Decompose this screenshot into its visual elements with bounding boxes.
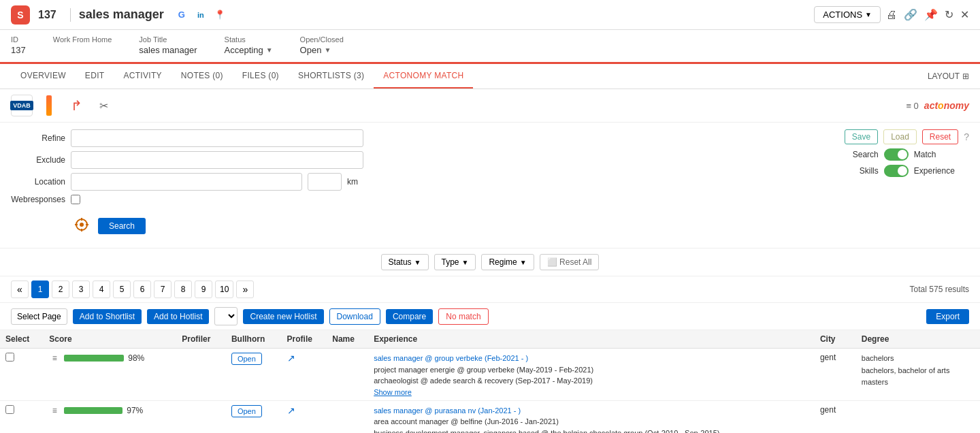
- exclude-label: Exclude: [11, 155, 65, 165]
- select-page-button[interactable]: Select Page: [11, 308, 67, 325]
- page-2-button[interactable]: 2: [52, 280, 69, 298]
- experience-cell: sales manager @ purasana nv (Jan-2021 - …: [368, 400, 815, 433]
- tab-actonomy-match[interactable]: ACTONOMY MATCH: [374, 64, 473, 89]
- pin-icon[interactable]: 📌: [924, 8, 938, 21]
- arrow-icon[interactable]: ↱: [65, 95, 87, 116]
- status-dropdown-arrow[interactable]: ▼: [266, 46, 273, 54]
- close-icon[interactable]: ✕: [960, 8, 969, 21]
- search-right-panel: Save Load Reset ? Search Match Skills Ex…: [845, 129, 969, 241]
- open-bullhorn-button[interactable]: Open: [231, 405, 262, 417]
- degree-cell: bachelorsbachelors, bachelor of artsmast…: [856, 349, 980, 401]
- page-4-button[interactable]: 4: [93, 280, 110, 298]
- row-checkbox-0[interactable]: [5, 353, 14, 362]
- status-filter-button[interactable]: Status ▼: [381, 254, 429, 270]
- exclude-input[interactable]: [71, 151, 363, 169]
- create-hotlist-button[interactable]: Create new Hotlist: [243, 309, 323, 324]
- refine-row: Refine: [11, 129, 845, 147]
- compare-button[interactable]: Compare: [386, 309, 433, 324]
- page-3-button[interactable]: 3: [72, 280, 90, 298]
- header-actions: ACTIONS ▼ 🖨 🔗 📌 ↻ ✕: [814, 6, 969, 23]
- score-bar-container: ≡ 98%: [49, 353, 171, 364]
- results-table-wrapper: Select Score Profiler Bullhorn Profile N…: [0, 330, 980, 433]
- refresh-icon[interactable]: ↻: [945, 8, 953, 21]
- reset-all-button[interactable]: ⬜ Reset All: [540, 254, 600, 270]
- col-score[interactable]: Score: [44, 330, 176, 349]
- save-button[interactable]: Save: [845, 129, 878, 144]
- tab-files[interactable]: FILES (0): [233, 64, 289, 89]
- open-closed-dropdown-arrow[interactable]: ▼: [324, 46, 331, 54]
- record-title: sales manager: [79, 7, 164, 22]
- print-icon[interactable]: 🖨: [886, 9, 897, 21]
- google-icon[interactable]: G: [175, 8, 189, 22]
- layout-button[interactable]: LAYOUT ⊞: [928, 71, 969, 81]
- km-input[interactable]: 50: [308, 173, 342, 191]
- profiler-cell: [176, 400, 226, 433]
- row-checkbox-1[interactable]: [5, 405, 14, 414]
- link-icon[interactable]: 🔗: [904, 8, 917, 21]
- add-to-shortlist-button[interactable]: Add to Shortlist: [73, 309, 142, 324]
- profile-link-icon[interactable]: ↗: [287, 353, 295, 364]
- score-detail-icon[interactable]: ≡: [49, 405, 60, 416]
- crosshair-icon[interactable]: [71, 214, 93, 236]
- page-6-button[interactable]: 6: [133, 280, 151, 298]
- reset-button[interactable]: Reset: [922, 129, 958, 144]
- search-button[interactable]: Search: [98, 218, 146, 234]
- results-table: Select Score Profiler Bullhorn Profile N…: [0, 330, 980, 433]
- prev-page-button[interactable]: «: [11, 280, 29, 298]
- tab-edit[interactable]: EDIT: [76, 64, 114, 89]
- profile-link-icon[interactable]: ↗: [287, 405, 295, 416]
- job-title-group: Job Title sales manager: [139, 35, 197, 55]
- score-bar: [64, 355, 124, 362]
- col-profiler: Profiler: [176, 330, 226, 349]
- actions-button[interactable]: ACTIONS ▼: [814, 6, 881, 23]
- location-input[interactable]: [71, 173, 302, 191]
- hotlist-select[interactable]: [214, 307, 238, 325]
- location-label: Location: [11, 177, 65, 187]
- vdab-toolbar-icon[interactable]: VDAB: [11, 95, 33, 116]
- degree-cell: [856, 400, 980, 433]
- type-filter-button[interactable]: Type ▼: [434, 254, 476, 270]
- id-label: ID: [11, 35, 26, 44]
- show-more-0[interactable]: Show more: [374, 388, 809, 396]
- info-bar: ID 137 Work From Home Job Title sales ma…: [0, 30, 980, 64]
- orange-bar-icon[interactable]: [38, 95, 60, 116]
- exp-link-1-0[interactable]: sales manager @ purasana nv (Jan-2021 - …: [374, 406, 521, 415]
- next-page-button[interactable]: »: [236, 280, 254, 298]
- page-8-button[interactable]: 8: [174, 280, 192, 298]
- score-detail-icon[interactable]: ≡: [49, 353, 60, 364]
- table-row: ≡ 98% Open↗sales manager @ group verbeke…: [0, 349, 980, 401]
- tab-overview[interactable]: OVERVIEW: [11, 64, 76, 89]
- refine-input[interactable]: [71, 129, 363, 147]
- no-match-button[interactable]: No match: [438, 308, 488, 325]
- tab-activity[interactable]: ACTIVITY: [114, 64, 171, 89]
- export-button[interactable]: Export: [926, 309, 969, 324]
- load-button[interactable]: Load: [883, 129, 917, 144]
- filters-bar: Status ▼ Type ▼ Regime ▼ ⬜ Reset All: [0, 248, 980, 276]
- linkedin-icon[interactable]: in: [194, 8, 208, 22]
- page-10-button[interactable]: 10: [215, 280, 233, 298]
- help-icon[interactable]: ?: [964, 131, 969, 142]
- exp-link-0-0[interactable]: sales manager @ group verbeke (Feb-2021 …: [374, 354, 528, 362]
- page-9-button[interactable]: 9: [195, 280, 212, 298]
- skills-experience-toggle-row: Skills Experience: [845, 165, 969, 177]
- toolbar: VDAB ↱ ✂ ≡ 0 actonomy: [0, 89, 980, 123]
- add-to-hotlist-button[interactable]: Add to Hotlist: [147, 309, 209, 324]
- exclude-row: Exclude: [11, 151, 845, 169]
- webresponses-checkbox[interactable]: [71, 195, 80, 204]
- download-button[interactable]: Download: [329, 308, 380, 325]
- pagination-bar: « 1 2 3 4 5 6 7 8 9 10 » Total 575 resul…: [0, 276, 980, 303]
- page-7-button[interactable]: 7: [154, 280, 172, 298]
- tab-shortlists[interactable]: SHORTLISTS (3): [289, 64, 374, 89]
- page-5-button[interactable]: 5: [113, 280, 131, 298]
- tab-notes[interactable]: NOTES (0): [172, 64, 233, 89]
- location-icon[interactable]: 📍: [213, 8, 227, 22]
- search-toggle[interactable]: [884, 148, 909, 161]
- work-from-home-group: Work From Home: [53, 35, 112, 55]
- page-1-button[interactable]: 1: [31, 280, 49, 298]
- regime-filter-button[interactable]: Regime ▼: [481, 254, 534, 270]
- skills-toggle[interactable]: [884, 165, 909, 177]
- open-bullhorn-button[interactable]: Open: [231, 353, 262, 365]
- scissors-icon[interactable]: ✂: [93, 95, 114, 116]
- list-icon[interactable]: ≡ 0: [906, 101, 918, 111]
- record-id: 137: [38, 9, 56, 21]
